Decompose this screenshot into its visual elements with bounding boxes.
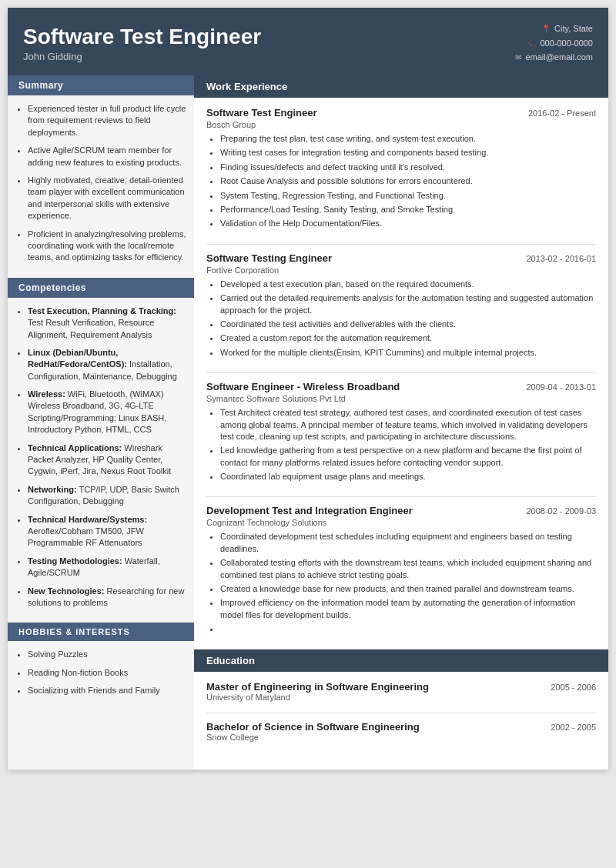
edu-dates-2: 2002 - 2005	[551, 723, 596, 732]
job-entry-2: Software Testing Engineer 2013-02 - 2016…	[206, 252, 596, 359]
job-header-3: Software Engineer - Wireless Broadband 2…	[206, 381, 596, 392]
competency-item: Testing Methodologies: Waterfall, Agile/…	[28, 556, 186, 579]
bullet: Created a knowledge base for new product…	[220, 583, 596, 595]
job-title-1: Software Test Engineer	[206, 107, 317, 119]
bullet: System Testing, Regression Testing, and …	[220, 190, 596, 202]
bullet: Carried out the detailed requirements an…	[220, 292, 596, 316]
bullet: Collaborated testing efforts with the do…	[220, 557, 596, 581]
education-heading: Education	[194, 649, 608, 672]
edu-school-2: Snow College	[206, 733, 596, 742]
sidebar: Summary Experienced tester in full produ…	[8, 75, 194, 770]
job-company-1: Bosch Group	[206, 120, 596, 129]
job-title-3: Software Engineer - Wireless Broadband	[206, 381, 400, 392]
competency-item: Linux (Debian/Ubuntu, RedHat/Fedora/Cent…	[28, 347, 186, 382]
summary-list: Experienced tester in full product life …	[8, 103, 194, 264]
job-entry-1: Software Test Engineer 2016-02 - Present…	[206, 107, 596, 230]
edu-header-2: Bachelor of Science in Software Engineer…	[206, 721, 596, 733]
job-dates-1: 2016-02 - Present	[528, 108, 596, 118]
competency-item: Technical Hardware/Systems: Aeroflex/Cob…	[28, 514, 186, 549]
bullet: Preparing the test plan, test case writi…	[220, 133, 596, 145]
job-entry-3: Software Engineer - Wireless Broadband 2…	[206, 381, 596, 482]
bullet: Developed a test execution plan, based o…	[220, 279, 596, 290]
work-experience-heading: Work Experience	[194, 75, 608, 98]
competency-item: Networking: TCP/IP, UDP, Basic Switch Co…	[28, 484, 186, 508]
competency-item: Wireless: WiFi, Bluetooth, (WiMAX) Wirel…	[28, 389, 186, 436]
hobby-item: Socializing with Friends and Family	[28, 685, 186, 696]
divider	[206, 372, 596, 373]
email-icon: ✉	[515, 51, 521, 64]
contact-email: ✉ email@email.com	[515, 50, 593, 65]
divider	[206, 713, 596, 713]
work-experience-section: Work Experience Software Test Engineer 2…	[194, 75, 608, 636]
job-bullets-1: Preparing the test plan, test case writi…	[206, 133, 596, 230]
bullet: Performance/Load Testing, Sanity Testing…	[220, 204, 596, 215]
job-dates-4: 2008-02 - 2009-03	[526, 506, 596, 516]
bullet: Led knowledge gathering from a test pers…	[220, 445, 596, 469]
competencies-section: Competencies Test Execution, Planning & …	[8, 278, 194, 609]
bullet: Improved efficiency on the information m…	[220, 597, 596, 621]
job-header-1: Software Test Engineer 2016-02 - Present	[206, 107, 596, 119]
bullet: Created a custom report for the automati…	[220, 332, 596, 344]
bullet	[220, 623, 596, 635]
hobby-item: Solving Puzzles	[28, 649, 186, 660]
job-entry-4: Development Test and Integration Enginee…	[206, 505, 596, 635]
bullet: Worked for the multiple clients(Ensim, K…	[220, 347, 596, 359]
location-icon: 📍	[541, 22, 551, 35]
job-title-2: Software Testing Engineer	[206, 252, 332, 264]
job-company-4: Cognizant Technology Solutions	[206, 518, 596, 527]
edu-entry-2: Bachelor of Science in Software Engineer…	[206, 721, 596, 742]
divider	[206, 244, 596, 245]
hobbies-list: Solving Puzzles Reading Non-fiction Book…	[8, 649, 194, 696]
edu-dates-1: 2005 - 2006	[551, 683, 596, 692]
summary-item: Highly motivated, creative, detail-orien…	[28, 175, 186, 222]
bullet: Validation of the Help Documentation/Fil…	[220, 218, 596, 229]
phone-icon: 📞	[527, 37, 536, 50]
bullet: Writing test cases for integration testi…	[220, 147, 596, 159]
header-contact: 📍 City, State 📞 000-000-0000 ✉ email@ema…	[515, 22, 593, 65]
job-dates-2: 2013-02 - 2016-01	[526, 254, 596, 263]
summary-item: Experienced tester in full product life …	[28, 103, 186, 139]
edu-school-1: University of Maryland	[206, 693, 596, 702]
contact-phone: 📞 000-000-0000	[515, 36, 593, 51]
bullet: Coordinated development test schedules i…	[220, 531, 596, 555]
competencies-heading: Competencies	[8, 278, 194, 298]
summary-heading: Summary	[8, 75, 194, 95]
job-dates-3: 2009-04 - 2013-01	[526, 382, 596, 392]
header-left: Software Test Engineer John Gidding	[23, 25, 261, 62]
job-bullets-4: Coordinated development test schedules i…	[206, 531, 596, 635]
job-bullets-2: Developed a test execution plan, based o…	[206, 279, 596, 359]
edu-header-1: Master of Engineering in Software Engine…	[206, 681, 596, 693]
bullet: Test Architect created test strategy, au…	[220, 407, 596, 442]
job-company-2: Fortive Corporation	[206, 265, 596, 275]
competency-item: Test Execution, Planning & Tracking: Tes…	[28, 305, 186, 341]
edu-degree-1: Master of Engineering in Software Engine…	[206, 681, 429, 693]
candidate-name: Software Test Engineer	[23, 25, 261, 49]
summary-item: Proficient in analyzing/resolving proble…	[28, 229, 186, 264]
edu-entry-1: Master of Engineering in Software Engine…	[206, 681, 596, 702]
edu-degree-2: Bachelor of Science in Software Engineer…	[206, 721, 420, 733]
job-header-2: Software Testing Engineer 2013-02 - 2016…	[206, 252, 596, 264]
main-layout: Summary Experienced tester in full produ…	[8, 75, 608, 770]
bullet: Coordinated the test activities and deli…	[220, 319, 596, 330]
hobbies-heading: HOBBIES & INTERESTS	[8, 623, 194, 641]
header: Software Test Engineer John Gidding 📍 Ci…	[8, 8, 608, 75]
education-section: Education Master of Engineering in Softw…	[194, 649, 608, 742]
summary-section: Summary Experienced tester in full produ…	[8, 75, 194, 264]
summary-item: Active Agile/SCRUM team member for addin…	[28, 145, 186, 169]
job-header-4: Development Test and Integration Enginee…	[206, 505, 596, 516]
main-content: Work Experience Software Test Engineer 2…	[194, 75, 608, 770]
job-bullets-3: Test Architect created test strategy, au…	[206, 407, 596, 482]
competency-item: New Technologies: Researching for new so…	[28, 586, 186, 609]
divider	[206, 496, 596, 497]
bullet: Coordinated lab equipment usage plans an…	[220, 471, 596, 482]
contact-city: 📍 City, State	[515, 22, 593, 36]
candidate-subtitle: John Gidding	[23, 51, 261, 62]
hobby-item: Reading Non-fiction Books	[28, 667, 186, 679]
job-title-4: Development Test and Integration Enginee…	[206, 505, 413, 516]
competency-item: Technical Applications: Wireshark Packet…	[28, 442, 186, 478]
resume-page: Software Test Engineer John Gidding 📍 Ci…	[8, 8, 608, 770]
competencies-list: Test Execution, Planning & Tracking: Tes…	[8, 305, 194, 609]
job-company-3: Symantec Software Solutions Pvt Ltd	[206, 394, 596, 403]
hobbies-section: HOBBIES & INTERESTS Solving Puzzles Read…	[8, 623, 194, 696]
bullet: Root Cause Analysis and possible solutio…	[220, 175, 596, 187]
